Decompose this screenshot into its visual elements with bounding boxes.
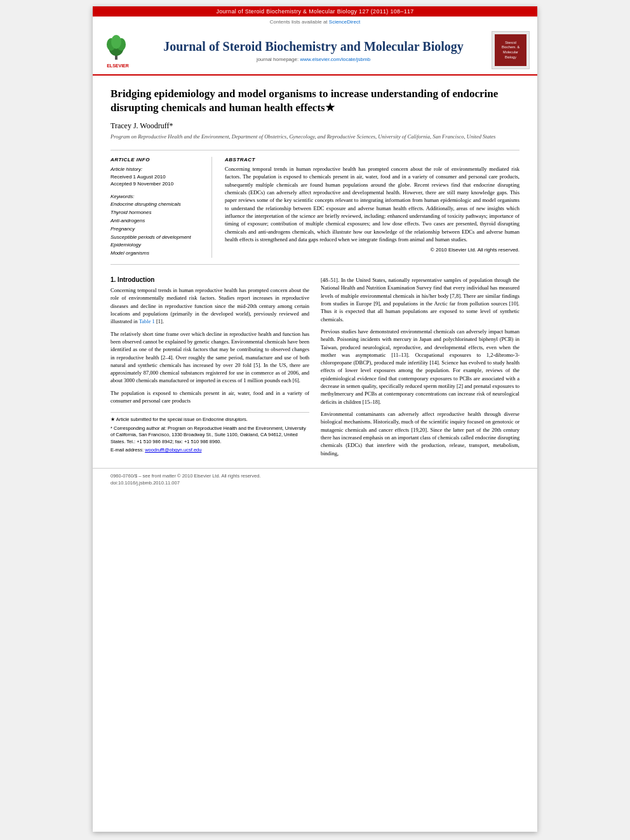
svg-point-4 — [111, 35, 121, 49]
intro-para-1: Concerning temporal trends in human repr… — [111, 286, 309, 326]
abstract-label: ABSTRACT — [225, 157, 519, 163]
keyword-3: Anti-androgens — [111, 217, 203, 225]
journal-name: Journal of Steroid Biochemistry and Mole… — [142, 39, 485, 54]
footnote-email: E-mail address: woodrufft@obgyn.ucsf.edu — [111, 447, 309, 454]
journal-header-bar: Journal of Steroid Biochemistry & Molecu… — [93, 6, 537, 17]
journal-thumbnail: Steroid Biochem. & Molecular Biology — [492, 31, 530, 69]
journal-issue-info: Journal of Steroid Biochemistry & Molecu… — [216, 8, 413, 15]
footnote-star: ★ Article submitted for the special issu… — [111, 417, 309, 423]
abstract-column: ABSTRACT Concerning temporal trends in h… — [225, 157, 519, 258]
elsevier-logo: ELSEVIER — [100, 33, 135, 68]
email-link[interactable]: woodrufft@obgyn.ucsf.edu — [145, 447, 201, 453]
keyword-1: Endocrine disrupting chemicals — [111, 201, 203, 209]
article-title: Bridging epidemiology and model organism… — [111, 87, 519, 115]
article-info-label: ARTICLE INFO — [111, 157, 203, 163]
main-content: 1. Introduction Concerning temporal tren… — [93, 265, 537, 468]
keyword-4: Pregnancy — [111, 225, 203, 234]
received-date: Received 1 August 2010 — [111, 173, 203, 180]
keyword-2: Thyroid hormones — [111, 209, 203, 217]
footnote-section: ★ Article submitted for the special issu… — [111, 412, 309, 454]
right-para-2: Previous studies have demonstrated envir… — [321, 328, 519, 406]
intro-para-3: The population is exposed to chemicals p… — [111, 389, 309, 405]
journal-header: ELSEVIER Journal of Steroid Biochemistry… — [93, 26, 537, 76]
journal-homepage: journal homepage: www.elsevier.com/locat… — [142, 57, 485, 62]
issn-line: 0960-0760/$ – see front matter © 2010 El… — [111, 472, 261, 479]
left-column: 1. Introduction Concerning temporal tren… — [111, 276, 309, 462]
keywords-label: Keywords: — [111, 194, 203, 199]
intro-heading: 1. Introduction — [111, 276, 309, 283]
keyword-6: Epidemiology — [111, 241, 203, 250]
journal-url[interactable]: www.elsevier.com/locate/jsbmb — [300, 57, 370, 62]
author-name: Tracey J. Woodruff* — [111, 121, 519, 131]
article-content: Bridging epidemiology and model organism… — [93, 76, 537, 258]
main-two-column: 1. Introduction Concerning temporal tren… — [111, 276, 519, 462]
keyword-7: Model organisms — [111, 250, 203, 258]
sciencedirect-link[interactable]: ScienceDirect — [329, 19, 360, 25]
article-info-column: ARTICLE INFO Article history: Received 1… — [111, 157, 212, 258]
footnote-asterisk: * Corresponding author at: Program on Re… — [111, 425, 309, 446]
divider — [111, 150, 519, 150]
keyword-5: Susceptible periods of development — [111, 234, 203, 242]
right-para-3: Environmental contaminants can adversely… — [321, 410, 519, 457]
journal-title-block: Journal of Steroid Biochemistry and Mole… — [142, 39, 485, 62]
right-column: [48–51]. In the United States, nationall… — [321, 276, 519, 462]
bottom-info: 0960-0760/$ – see front matter © 2010 El… — [111, 472, 261, 487]
elsevier-tree-icon — [104, 33, 132, 62]
doi-line: doi:10.1016/j.jsbmb.2010.11.007 — [111, 479, 261, 486]
right-para-1: [48–51]. In the United States, nationall… — [321, 276, 519, 323]
article-meta-section: ARTICLE INFO Article history: Received 1… — [111, 157, 519, 258]
affiliation: Program on Reproductive Health and the E… — [111, 133, 519, 141]
accepted-date: Accepted 9 November 2010 — [111, 180, 203, 187]
copyright: © 2010 Elsevier Ltd. All rights reserved… — [225, 247, 519, 253]
keywords-list: Endocrine disrupting chemicals Thyroid h… — [111, 201, 203, 258]
elsevier-label: ELSEVIER — [107, 63, 129, 68]
article-history-label: Article history: — [111, 166, 203, 172]
sciencedirect-banner: Contents lists available at ScienceDirec… — [93, 17, 537, 26]
bottom-bar: 0960-0760/$ – see front matter © 2010 El… — [93, 468, 537, 491]
intro-para-2: The relatively short time frame over whi… — [111, 330, 309, 385]
abstract-text: Concerning temporal trends in human repr… — [225, 165, 519, 243]
article-page: Journal of Steroid Biochemistry & Molecu… — [93, 6, 537, 832]
